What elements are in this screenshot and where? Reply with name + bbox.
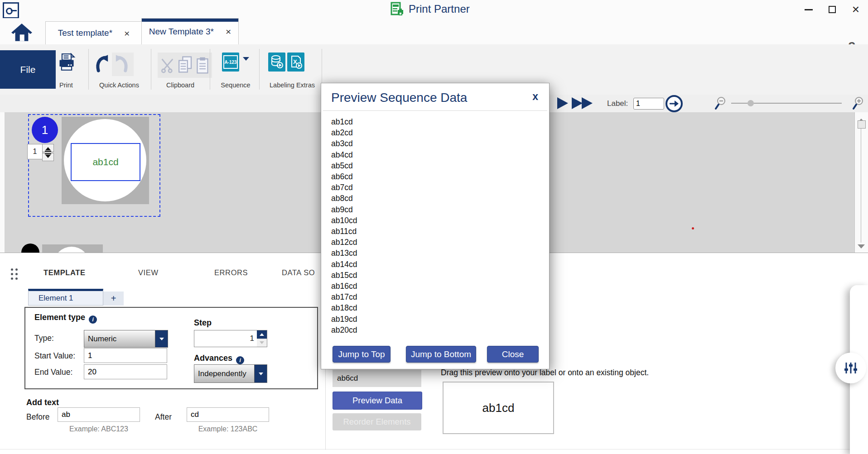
plus-icon: + bbox=[111, 293, 116, 304]
dropdown-arrow-icon[interactable] bbox=[155, 330, 168, 347]
sequence-list-entry: ab1cd bbox=[331, 116, 357, 127]
dialog-close-icon[interactable]: x bbox=[532, 91, 538, 102]
before-text-input[interactable] bbox=[58, 407, 140, 422]
zoom-slider-thumb[interactable] bbox=[747, 100, 754, 106]
minimize-button[interactable] bbox=[801, 4, 816, 15]
database-import-button[interactable] bbox=[268, 53, 285, 72]
tab-data-sources[interactable]: DATA SO bbox=[282, 268, 315, 277]
label-number-input[interactable] bbox=[633, 98, 664, 110]
label-caption: Label: bbox=[607, 99, 628, 108]
cut-icon bbox=[160, 57, 175, 73]
database-icon bbox=[270, 54, 284, 70]
step-heading: Step bbox=[194, 318, 212, 328]
close-button[interactable]: × bbox=[848, 4, 863, 15]
end-value-input[interactable] bbox=[84, 364, 167, 379]
next-label-icon[interactable] bbox=[556, 97, 569, 109]
canvas-red-dot bbox=[692, 227, 694, 229]
sequence-icon: A-123 bbox=[223, 55, 238, 69]
tab-close-icon[interactable]: × bbox=[124, 29, 130, 38]
sequence-element[interactable]: ab1cd bbox=[71, 143, 140, 181]
tab-new-template-3[interactable]: New Template 3* × bbox=[141, 18, 239, 44]
spinner-down-button[interactable] bbox=[42, 153, 54, 161]
after-text-input[interactable] bbox=[187, 407, 269, 422]
tab-label: New Template 3* bbox=[149, 27, 214, 37]
sequence-list-entry: ab16cd bbox=[331, 281, 357, 292]
ribbon-divider bbox=[88, 49, 89, 90]
undo-icon[interactable] bbox=[92, 54, 110, 73]
dropdown-arrow-icon[interactable] bbox=[254, 365, 267, 382]
sequence-list-entry: ab15cd bbox=[331, 270, 357, 281]
tab-label: Test template* bbox=[58, 28, 112, 38]
info-icon[interactable]: i bbox=[89, 315, 97, 324]
scrollbar-track[interactable] bbox=[861, 129, 861, 243]
copies-spinner-value[interactable]: 1 bbox=[27, 144, 43, 159]
tab-errors[interactable]: ERRORS bbox=[214, 268, 248, 277]
sequence-list-entry: ab4cd bbox=[331, 149, 357, 160]
print-partner-icon bbox=[391, 2, 404, 16]
print-button[interactable] bbox=[58, 53, 76, 72]
close-dialog-button[interactable]: Close bbox=[487, 346, 539, 363]
step-spinner: 1 bbox=[194, 330, 267, 347]
preview-data-button[interactable]: Preview Data bbox=[333, 392, 422, 410]
add-element-tab-button[interactable]: + bbox=[103, 292, 124, 306]
type-dropdown-value: Numeric bbox=[84, 330, 155, 347]
scrollbar-thumb[interactable] bbox=[858, 120, 866, 129]
sequence-list-entry: ab17cd bbox=[331, 292, 357, 302]
drag-handle-icon[interactable] bbox=[11, 268, 20, 279]
go-to-label-button[interactable] bbox=[665, 95, 683, 112]
tab-view[interactable]: VIEW bbox=[138, 268, 159, 277]
start-value-input[interactable] bbox=[84, 348, 167, 363]
jump-to-bottom-button[interactable]: Jump to Bottom bbox=[406, 346, 476, 363]
type-dropdown[interactable]: Numeric bbox=[84, 330, 168, 348]
zoom-out-icon[interactable] bbox=[715, 96, 729, 110]
add-text-heading: Add text bbox=[26, 398, 59, 407]
tab-close-icon[interactable]: × bbox=[226, 27, 231, 36]
sequence-dropdown-arrow-icon[interactable] bbox=[243, 61, 249, 69]
scroll-down-icon[interactable] bbox=[858, 244, 865, 252]
canvas-vertical-scrollbar[interactable] bbox=[854, 112, 868, 253]
tab-element-1[interactable]: Element 1 bbox=[28, 289, 103, 306]
excel-import-button[interactable]: X bbox=[287, 53, 304, 72]
zoom-in-icon[interactable] bbox=[852, 96, 866, 110]
dialog-title: Preview Sequence Data bbox=[331, 91, 467, 105]
active-tab-indicator bbox=[142, 19, 238, 22]
step-value[interactable]: 1 bbox=[194, 330, 257, 347]
go-arrow-icon bbox=[669, 100, 679, 107]
clipboard-group-label: Clipboard bbox=[166, 81, 194, 89]
copy-icon bbox=[177, 55, 193, 74]
advances-dropdown[interactable]: Independently bbox=[194, 364, 267, 383]
tab-test-template[interactable]: Test template* × bbox=[45, 21, 142, 44]
tab-template[interactable]: TEMPLATE bbox=[43, 268, 86, 277]
type-label: Type: bbox=[34, 334, 54, 343]
panel-settings-button[interactable] bbox=[835, 353, 866, 383]
title-bar: Print Partner × bbox=[0, 0, 868, 18]
sequence-list-item[interactable]: ab6cd bbox=[333, 370, 421, 387]
sequence-group-label: Sequence bbox=[221, 81, 250, 89]
restore-button[interactable] bbox=[825, 4, 840, 15]
before-hint: Example: ABC123 bbox=[58, 425, 140, 433]
sequence-list-entry: ab3cd bbox=[331, 138, 357, 149]
sequence-preview-list[interactable]: ab1cdab2cdab3cdab4cdab5cdab6cdab7cdab8cd… bbox=[331, 116, 357, 335]
sequence-list-entry: ab2cd bbox=[331, 127, 357, 138]
fast-forward-icon[interactable] bbox=[572, 97, 593, 109]
step-up-button[interactable] bbox=[257, 330, 267, 339]
home-icon[interactable] bbox=[11, 23, 32, 43]
sequence-list-entry: ab10cd bbox=[331, 215, 357, 226]
end-value-label: End Value: bbox=[34, 368, 72, 377]
drag-preview-box[interactable]: ab1cd bbox=[443, 382, 554, 434]
second-label-badge bbox=[21, 244, 39, 253]
labeling-extras-group-label: Labeling Extras bbox=[270, 81, 315, 89]
app-title: Print Partner bbox=[391, 2, 470, 16]
reorder-elements-button: Reorder Elements bbox=[333, 413, 421, 430]
file-button[interactable]: File bbox=[0, 50, 56, 89]
app-title-text: Print Partner bbox=[409, 3, 470, 15]
info-icon[interactable]: i bbox=[236, 356, 244, 364]
sequence-button[interactable]: A-123 bbox=[222, 53, 239, 72]
sequence-list-entry: ab20cd bbox=[331, 325, 357, 335]
spinner-up-button[interactable] bbox=[42, 144, 54, 152]
clipboard-group-panel bbox=[158, 53, 212, 78]
paste-icon bbox=[196, 56, 209, 74]
sequence-list-entry: ab12cd bbox=[331, 237, 357, 248]
jump-to-top-button[interactable]: Jump to Top bbox=[333, 346, 391, 363]
sequence-list-entry: ab13cd bbox=[331, 248, 357, 258]
